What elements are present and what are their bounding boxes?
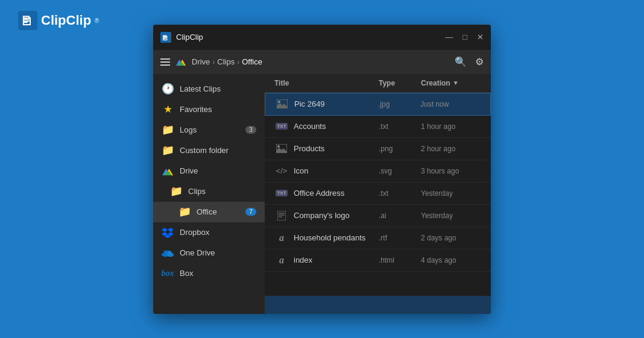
image-icon [274,143,289,154]
svg-text:🖹: 🖹 [162,34,168,42]
sidebar-item-latest-clips[interactable]: 🕐 Latest Clips [153,79,265,99]
sidebar-label-dropbox: Dropbox [180,228,256,237]
font-icon: a [274,233,289,243]
row-type-pic2649: .jpg [378,100,420,108]
sidebar-label-onedrive: One Drive [180,248,256,257]
clipclip-logo-icon: 🖹 [18,11,37,30]
search-button[interactable]: 🔍 [455,56,467,67]
dropbox-icon [162,227,174,239]
row-type-icon: .svg [379,167,421,175]
sidebar: 🕐 Latest Clips ★ Favorites 📁 Logs 3 📁 Cu… [153,74,265,314]
table-row[interactable]: TXT Office Address .txt Yesterday [265,183,491,205]
breadcrumb-clips[interactable]: Clips [217,57,235,66]
app-trademark: ® [95,17,99,24]
sidebar-item-favorites[interactable]: ★ Favorites [153,99,265,120]
svg-marker-17 [277,103,288,108]
folder-custom-icon: 📁 [162,145,174,157]
folder-office-icon: 📁 [178,206,191,218]
row-title-office-address: Office Address [294,189,379,198]
sort-arrow-icon: ▼ [453,80,459,86]
col-header-title[interactable]: Title [274,79,379,87]
hamburger-menu-button[interactable] [160,58,170,66]
addressbar: Drive › Clips › Office 🔍 ⚙ [153,50,491,74]
table-body: Pic 2649 .jpg Just now TXT Accounts .txt… [265,93,491,296]
folder-logs-icon: 📁 [162,124,174,136]
table-row[interactable]: Products .png 2 hour ago [265,138,491,160]
table-row[interactable]: </> Icon .svg 3 hours ago [265,160,491,183]
sidebar-item-onedrive[interactable]: One Drive [153,243,265,263]
sidebar-item-office[interactable]: 📁 Office 7 [153,202,265,222]
table-row[interactable]: TXT Accounts .txt 1 hour ago [265,116,491,138]
row-title-accounts: Accounts [294,122,379,131]
sidebar-item-dropbox[interactable]: Dropbox [153,222,265,243]
svg-point-21 [277,145,280,148]
drive-icon [162,165,174,177]
box-icon: box [162,268,174,280]
breadcrumb-sep-1: › [212,58,215,66]
row-type-accounts: .txt [379,122,421,131]
table-row[interactable]: Pic 2649 .jpg Just now [265,93,491,116]
breadcrumb-drive[interactable]: Drive [192,57,210,66]
row-creation-products: 2 hour ago [421,145,481,153]
row-type-office-address: .txt [379,189,421,198]
sidebar-label-box: Box [180,269,256,278]
breadcrumb-office[interactable]: Office [242,57,262,66]
doc-icon [274,210,289,221]
sidebar-label-custom-folder: Custom folder [180,146,256,155]
minimize-button[interactable]: — [445,33,453,41]
code-icon: </> [274,166,289,177]
office-badge: 7 [245,208,256,216]
titlebar-controls: — □ ✕ [445,33,484,41]
settings-button[interactable]: ⚙ [475,56,484,67]
maximize-button[interactable]: □ [462,33,467,41]
sidebar-label-favorites: Favorites [180,105,256,114]
row-creation-index: 4 days ago [421,256,481,264]
sidebar-label-latest-clips: Latest Clips [180,84,256,93]
sidebar-item-box[interactable]: box Box [153,263,265,284]
sidebar-item-logs[interactable]: 📁 Logs 3 [153,120,265,140]
row-title-pic2649: Pic 2649 [294,99,378,108]
svg-text:🖹: 🖹 [21,14,33,28]
row-title-companys-logo: Company's logo [294,211,379,220]
main-window: 🖹 ClipClip — □ ✕ Drive › Clips › Office … [153,25,491,314]
row-creation-office-address: Yesterday [421,189,481,198]
clock-icon: 🕐 [162,83,174,95]
table-row[interactable]: a Household pendants .rtf 2 days ago [265,227,491,249]
table-row[interactable]: Company's logo .ai Yesterday [265,205,491,227]
txt-icon: TXT [274,121,289,132]
sidebar-label-office: Office [197,207,239,216]
svg-rect-22 [277,211,286,221]
table-row[interactable]: a index .html 4 days ago [265,249,491,272]
main-panel: Title Type Creation ▼ [265,74,491,314]
table-footer [265,296,491,314]
logs-badge: 3 [245,126,256,134]
content-area: 🕐 Latest Clips ★ Favorites 📁 Logs 3 📁 Cu… [153,74,491,314]
app-name-text: ClipClip [41,13,91,28]
col-header-creation[interactable]: Creation ▼ [421,79,481,87]
row-creation-companys-logo: Yesterday [421,211,481,220]
row-creation-household-pendants: 2 days ago [421,234,481,242]
row-title-products: Products [294,144,379,153]
svg-point-18 [278,101,280,103]
row-creation-pic2649: Just now [420,100,481,108]
titlebar: 🖹 ClipClip — □ ✕ [153,25,491,50]
sidebar-item-clips[interactable]: 📁 Clips [153,181,265,202]
sidebar-item-drive[interactable]: Drive [153,161,265,181]
app-logo: 🖹 ClipClip® [18,11,99,30]
onedrive-icon [162,247,174,259]
sidebar-item-custom-folder[interactable]: 📁 Custom folder [153,140,265,161]
row-title-index: index [294,255,379,264]
breadcrumb: Drive › Clips › Office [192,57,449,66]
close-button[interactable]: ✕ [477,33,484,41]
drive-breadcrumb-icon [176,58,186,66]
row-title-household-pendants: Household pendants [294,233,379,242]
table-header: Title Type Creation ▼ [265,74,491,93]
svg-point-15 [164,250,168,253]
row-type-companys-logo: .ai [379,211,421,220]
folder-clips-icon: 📁 [170,186,182,198]
row-title-icon: Icon [294,166,379,175]
sidebar-label-logs: Logs [180,125,239,134]
breadcrumb-sep-2: › [237,58,239,66]
titlebar-title: ClipClip [176,33,445,42]
col-header-type[interactable]: Type [379,79,421,87]
